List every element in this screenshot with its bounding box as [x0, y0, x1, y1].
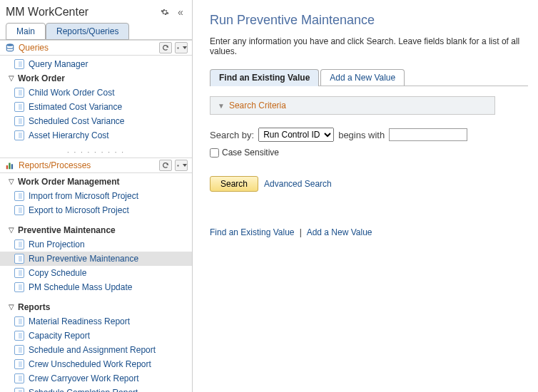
tree-group-label: Work Order Management	[18, 176, 119, 187]
list-item-label: Schedule and Assignment Report	[29, 344, 156, 356]
workcenter-tabs: Main Reports/Queries	[0, 23, 192, 40]
workcenter-sidebar: MM WorkCenter « Main Reports/Queries Que…	[0, 0, 193, 392]
doc-icon	[14, 254, 24, 264]
list-item[interactable]: Copy Schedule	[0, 266, 192, 280]
list-item[interactable]: Export to Microsoft Project	[0, 203, 192, 217]
search-criteria-header[interactable]: ▼ Search Criteria	[210, 96, 495, 115]
workcenter-title: MM WorkCenter	[6, 6, 155, 19]
gear-icon[interactable]	[159, 6, 171, 18]
svg-rect-1	[6, 165, 8, 169]
search-button[interactable]: Search	[210, 176, 258, 192]
mode-tabs: Find an Existing Value Add a New Value	[210, 69, 528, 86]
list-item[interactable]: Material Readiness Report	[0, 314, 192, 329]
search-by-select[interactable]: Run Control ID	[258, 128, 334, 142]
list-item-label: Run Projection	[29, 239, 85, 250]
list-item-label: Scheduled Cost Variance	[29, 115, 125, 127]
list-item[interactable]: Child Work Order Cost	[0, 86, 192, 100]
search-by-row: Search by: Run Control ID begins with	[210, 128, 528, 142]
divider: |	[300, 227, 302, 237]
list-item[interactable]: Crew Carryover Work Report	[0, 371, 192, 386]
list-item[interactable]: Run Projection	[0, 237, 192, 252]
reports-tree: ▽ Work Order Management Import from Micr…	[0, 173, 192, 392]
list-item[interactable]: Scheduled Cost Variance	[0, 114, 192, 128]
chevron-down-icon: ▽	[7, 301, 16, 313]
workcenter-header: MM WorkCenter «	[0, 3, 192, 23]
list-item[interactable]: Schedule Completion Report	[0, 386, 192, 392]
list-item-label: Asset Hierarchy Cost	[29, 130, 109, 141]
doc-icon	[14, 388, 24, 392]
doc-icon	[14, 130, 24, 140]
divider: · · · · · · · · ·	[0, 147, 192, 158]
list-item[interactable]: Import from Microsoft Project	[0, 189, 192, 203]
gear-dropdown-icon[interactable]	[175, 42, 188, 53]
database-icon	[4, 42, 16, 53]
tree-group-label: Preventive Maintenance	[18, 225, 116, 236]
chevron-down-icon: ▽	[7, 73, 16, 84]
tab-find-existing[interactable]: Find an Existing Value	[210, 69, 319, 86]
tree-group[interactable]: ▽ Reports	[0, 300, 192, 314]
chevron-down-icon: ▼	[218, 102, 225, 110]
doc-icon	[14, 116, 24, 126]
list-item-label: Capacity Report	[29, 330, 90, 341]
doc-icon	[14, 205, 24, 215]
doc-icon	[14, 331, 24, 341]
doc-icon	[14, 282, 24, 292]
case-sensitive-row: Case Sensitive	[210, 148, 528, 158]
main-content: Run Preventive Maintenance Enter any inf…	[193, 0, 538, 392]
case-sensitive-label: Case Sensitive	[222, 148, 279, 158]
list-item-label: Query Manager	[29, 58, 88, 70]
list-item-label: Copy Schedule	[29, 267, 86, 279]
list-item-label: Child Work Order Cost	[29, 87, 114, 98]
bottom-add-link[interactable]: Add a New Value	[307, 227, 372, 237]
list-item-label: Crew Unscheduled Work Report	[29, 359, 151, 370]
bottom-links: Find an Existing Value | Add a New Value	[210, 227, 528, 237]
gear-dropdown-icon[interactable]	[175, 160, 188, 171]
list-item[interactable]: PM Schedule Mass Update	[0, 280, 192, 294]
reload-icon[interactable]	[159, 160, 172, 171]
tree-group[interactable]: ▽ Work Order	[0, 71, 192, 86]
search-criteria-label: Search Criteria	[229, 100, 286, 110]
advanced-search-link[interactable]: Advanced Search	[264, 179, 332, 189]
svg-rect-3	[11, 164, 13, 169]
list-item[interactable]: Crew Unscheduled Work Report	[0, 357, 192, 371]
doc-icon	[14, 359, 24, 369]
case-sensitive-checkbox[interactable]	[210, 148, 219, 158]
list-item-label: Crew Carryover Work Report	[29, 373, 138, 384]
chart-icon	[4, 160, 16, 171]
doc-icon	[14, 191, 24, 201]
list-item[interactable]: Schedule and Assignment Report	[0, 343, 192, 357]
tab-reports-queries[interactable]: Reports/Queries	[46, 23, 129, 40]
tree-group[interactable]: ▽ Work Order Management	[0, 175, 192, 189]
list-item[interactable]: Estimated Cost Variance	[0, 100, 192, 114]
list-item-label: Schedule Completion Report	[29, 387, 138, 392]
list-item-label: Material Readiness Report	[29, 316, 130, 327]
operator-label: begins with	[338, 130, 385, 140]
list-item[interactable]: Query Manager	[0, 57, 192, 71]
list-item-label: Import from Microsoft Project	[29, 190, 138, 202]
action-row: Search Advanced Search	[210, 176, 528, 192]
search-by-label: Search by:	[210, 130, 254, 140]
chevron-down-icon: ▽	[7, 225, 16, 236]
svg-rect-2	[9, 163, 10, 170]
reload-icon[interactable]	[159, 42, 172, 53]
list-item[interactable]: Run Preventive Maintenance	[0, 252, 192, 266]
collapse-icon[interactable]: «	[175, 6, 186, 18]
list-item[interactable]: Asset Hierarchy Cost	[0, 128, 192, 143]
bottom-find-link[interactable]: Find an Existing Value	[210, 227, 295, 237]
search-value-input[interactable]	[389, 128, 467, 141]
doc-icon	[14, 88, 24, 98]
queries-section-bar: Queries	[0, 40, 192, 56]
doc-icon	[14, 102, 24, 112]
tree-group[interactable]: ▽ Preventive Maintenance	[0, 223, 192, 237]
svg-point-0	[6, 43, 13, 46]
doc-icon	[14, 373, 24, 383]
doc-icon	[14, 239, 24, 249]
list-item[interactable]: Capacity Report	[0, 329, 192, 343]
tab-add-new[interactable]: Add a New Value	[320, 69, 405, 86]
reports-section-title: Reports/Processes	[19, 160, 156, 170]
queries-section-title: Queries	[19, 43, 156, 53]
tree-group-label: Reports	[18, 301, 50, 313]
doc-icon	[14, 316, 24, 326]
tab-main[interactable]: Main	[6, 23, 46, 40]
tree-group-label: Work Order	[18, 73, 65, 84]
